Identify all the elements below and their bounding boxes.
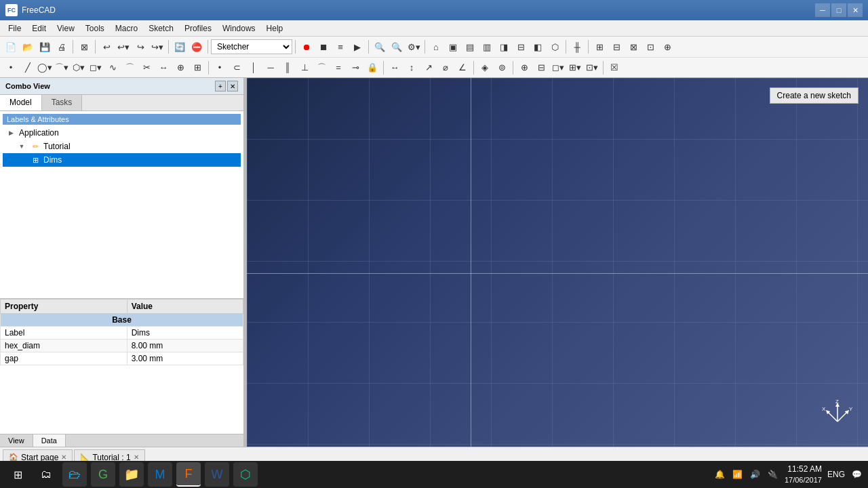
dims-row[interactable]: ⊞ Dims — [3, 153, 241, 167]
menu-item-sketch[interactable]: Sketch — [143, 22, 179, 35]
taskbar-clock[interactable]: 11:52 AM 17/06/2017 — [785, 464, 822, 485]
view-top-button[interactable]: ▤ — [462, 39, 478, 55]
notifications-icon[interactable]: 🔔 — [714, 468, 726, 481]
fix-angle-tool[interactable]: ∠ — [454, 60, 471, 76]
view-rear-button[interactable]: ◨ — [496, 39, 512, 55]
view-iso-button[interactable]: ⬡ — [547, 39, 563, 55]
label-row[interactable]: Label Dims — [1, 327, 243, 340]
gap-value[interactable]: 3.00 mm — [127, 352, 243, 365]
menu-item-windows[interactable]: Windows — [217, 22, 261, 35]
rectangle-tool[interactable]: ◻▾ — [87, 60, 104, 76]
arc-tool[interactable]: ⌒▾ — [54, 60, 70, 76]
zoom-window-button[interactable]: 🔍 — [372, 39, 388, 55]
draw-style-button[interactable]: ⚙▾ — [406, 39, 422, 55]
symmetric-tool[interactable]: ⊸ — [347, 60, 363, 76]
taskbar-word-icon[interactable]: W — [205, 462, 229, 487]
block-tool[interactable]: 🔒 — [364, 60, 380, 76]
refresh-button[interactable]: 🔄 — [172, 39, 188, 55]
macros-button[interactable]: ⊠ — [76, 39, 92, 55]
menu-item-file[interactable]: File — [3, 22, 26, 35]
workbench-dropdown[interactable]: Sketcher Part Design FEM Draft — [211, 39, 292, 54]
extend-tool[interactable]: ↔ — [155, 60, 172, 76]
taskbar-chrome-icon[interactable]: G — [91, 462, 115, 487]
fix-horizontal-tool[interactable]: ↔ — [387, 60, 403, 76]
record-macro-button[interactable]: ⏺ — [298, 39, 315, 55]
sketcher-tools1[interactable]: ⊕ — [516, 60, 532, 76]
close-sketch-button[interactable]: ☒ — [606, 60, 623, 76]
network-icon[interactable]: 📶 — [732, 468, 744, 481]
menu-item-view[interactable]: View — [52, 22, 80, 35]
canvas-area[interactable]: Create a new sketch Y X Z — [247, 78, 868, 447]
snap2-button[interactable]: ⊟ — [608, 39, 625, 55]
task-view-button[interactable]: 🗂 — [34, 462, 58, 487]
redo-more-button[interactable]: ↪▾ — [149, 39, 165, 55]
battery-icon[interactable]: 🔌 — [767, 468, 779, 481]
snap5-button[interactable]: ⊕ — [659, 39, 675, 55]
circle-tool[interactable]: ◯▾ — [37, 60, 53, 76]
perpendicular-tool[interactable]: ⊥ — [296, 60, 313, 76]
snap3-button[interactable]: ⊠ — [625, 39, 642, 55]
hex-diam-value[interactable]: 8.00 mm — [127, 340, 243, 352]
activate-sketch-tool[interactable]: ⊚ — [494, 60, 510, 76]
coincident-tool[interactable]: • — [212, 60, 228, 76]
app-expand-icon[interactable]: ▶ — [5, 127, 16, 138]
maximize-button[interactable]: □ — [831, 3, 846, 17]
parallel-tool[interactable]: ║ — [279, 60, 296, 76]
fix-radius-tool[interactable]: ⌀ — [437, 60, 454, 76]
taskbar-mail-icon[interactable]: M — [148, 462, 172, 487]
create-new-sketch-button[interactable]: Create a new sketch — [770, 87, 859, 104]
snap4-button[interactable]: ⊡ — [642, 39, 658, 55]
carbon-copy-tool[interactable]: ⊞ — [189, 60, 205, 76]
polygon-tool[interactable]: ⬡▾ — [71, 60, 87, 76]
start-page-close-icon[interactable]: ✕ — [61, 453, 66, 461]
external-geo-tool[interactable]: ⊕ — [172, 60, 189, 76]
taskbar-language[interactable]: ENG — [827, 470, 845, 479]
view-tab[interactable]: View — [0, 434, 33, 447]
taskbar-freecad-icon[interactable]: F — [176, 462, 201, 487]
sketcher-tools5[interactable]: ⊡▾ — [584, 60, 600, 76]
taskbar-files-icon[interactable]: 📁 — [119, 462, 144, 487]
vertical-tool[interactable]: │ — [245, 60, 262, 76]
menu-item-edit[interactable]: Edit — [26, 22, 52, 35]
combo-expand-button[interactable]: + — [215, 81, 226, 92]
close-button[interactable]: ✕ — [848, 3, 863, 17]
zoom-fit-button[interactable]: 🔍 — [389, 39, 405, 55]
redo-button[interactable]: ↪ — [132, 39, 149, 55]
view-left-button[interactable]: ◧ — [530, 39, 546, 55]
view-bottom-button[interactable]: ⊟ — [513, 39, 529, 55]
combo-close-button[interactable]: ✕ — [227, 81, 238, 92]
fix-distance-tool[interactable]: ↗ — [420, 60, 437, 76]
stereo-button[interactable]: ╫ — [569, 39, 585, 55]
sketcher-tools4[interactable]: ⊞▾ — [567, 60, 583, 76]
stop-button[interactable]: ⛔ — [189, 39, 205, 55]
bspline-tool[interactable]: ∿ — [104, 60, 121, 76]
macro-list-button[interactable]: ≡ — [332, 39, 349, 55]
equal-tool[interactable]: = — [330, 60, 347, 76]
view-front-button[interactable]: ▣ — [445, 39, 461, 55]
start-button[interactable]: ⊞ — [5, 462, 30, 487]
new-file-button[interactable]: 📄 — [3, 39, 19, 55]
tutorial-tab-close-icon[interactable]: ✕ — [134, 453, 139, 461]
menu-item-profiles[interactable]: Profiles — [179, 22, 217, 35]
view-right-button[interactable]: ▥ — [479, 39, 495, 55]
play-macro-button[interactable]: ▶ — [349, 39, 366, 55]
trim-tool[interactable]: ✂ — [138, 60, 155, 76]
fix-vertical-tool[interactable]: ↕ — [403, 60, 420, 76]
line-tool[interactable]: ╱ — [20, 60, 36, 76]
action-center-icon[interactable]: 💬 — [850, 468, 863, 481]
horizontal-tool[interactable]: ─ — [262, 60, 279, 76]
data-tab[interactable]: Data — [33, 434, 66, 447]
stop-macro-button[interactable]: ⏹ — [315, 39, 332, 55]
hex-diam-row[interactable]: hex_diam 8.00 mm — [1, 340, 243, 352]
undo-more-button[interactable]: ↩▾ — [115, 39, 132, 55]
tutorial-expand-icon[interactable]: ▼ — [16, 141, 27, 152]
tab-model[interactable]: Model — [0, 95, 42, 110]
point-tool[interactable]: • — [3, 60, 19, 76]
gap-row[interactable]: gap 3.00 mm — [1, 352, 243, 365]
volume-icon[interactable]: 🔊 — [749, 468, 762, 481]
tutorial-row[interactable]: ▼ ✏ Tutorial — [3, 140, 241, 153]
save-button[interactable]: 💾 — [37, 39, 53, 55]
label-value[interactable]: Dims — [127, 327, 243, 340]
menu-item-tools[interactable]: Tools — [80, 22, 110, 35]
snap1-button[interactable]: ⊞ — [591, 39, 608, 55]
